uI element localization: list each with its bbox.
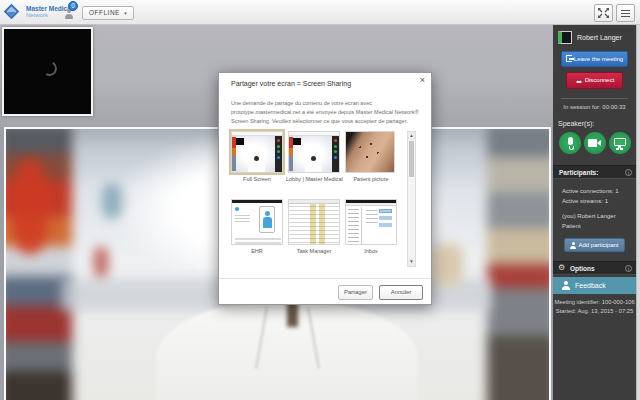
share-button[interactable]: Partager: [338, 285, 373, 300]
close-button[interactable]: ×: [420, 76, 425, 85]
speakers-label: Speaker(s):: [558, 120, 594, 127]
expand-icon: [595, 5, 612, 21]
share-source-inbox[interactable]: Inbox: [345, 199, 397, 254]
microphone-button[interactable]: [559, 132, 581, 154]
status-dropdown-label: OFFLINE: [89, 9, 120, 16]
screen-share-dialog: Partager votre écran = Screen Sharing × …: [218, 72, 432, 305]
screen-share-button[interactable]: [609, 132, 631, 154]
participants-section-header: Participants: i: [553, 165, 636, 179]
options-header-label: Options: [570, 265, 595, 272]
fullscreen-button[interactable]: [594, 4, 613, 22]
meeting-sidebar: Robert Langer Leave the meeting Disconne…: [553, 25, 636, 400]
phone-icon: [575, 76, 583, 83]
thumbnail-preview: [345, 131, 395, 173]
active-streams: Active streams: 1: [562, 198, 608, 204]
thumbnail-preview: [231, 199, 283, 245]
notification-badge: 0: [68, 1, 78, 11]
chevron-down-icon: ▾: [124, 10, 127, 16]
feedback-person-icon: [562, 281, 570, 290]
session-timer: In session for: 00:00:33: [553, 104, 636, 110]
disconnect-button[interactable]: Disconnect: [566, 72, 623, 89]
app-root: Master Medical Network 0 OFFLINE ▾: [0, 0, 640, 400]
meeting-started: Started: Aug. 13, 2015 - 07:25: [553, 308, 636, 314]
add-participant-label: Add participant: [578, 242, 618, 248]
options-section-header[interactable]: ⚙ Options i: [553, 261, 636, 275]
participant-self-role: Patient: [562, 223, 581, 229]
exit-door-icon: [566, 55, 572, 62]
self-video-preview: [2, 27, 93, 116]
disconnect-label: Disconnect: [585, 77, 615, 83]
add-person-icon: [570, 242, 576, 248]
thumbnail-label: Patient picture: [343, 176, 399, 182]
top-bar: Master Medical Network 0 OFFLINE ▾: [0, 0, 640, 25]
participant-self-name: (you) Robert Langer: [562, 213, 616, 219]
thumbnail-label: Task Manager: [286, 248, 342, 254]
thumbnail-preview: [288, 199, 340, 245]
dialog-footer: Partager Annuler: [219, 278, 431, 306]
scroll-up-icon[interactable]: ▲: [408, 132, 415, 140]
video-background-blob: [102, 184, 122, 218]
feedback-label: Feedback: [575, 282, 606, 289]
thumbnail-preview: [231, 131, 283, 173]
page-scrollbar[interactable]: [636, 25, 640, 400]
camera-icon: [588, 139, 597, 147]
microphone-icon: [568, 137, 573, 145]
active-connections: Active connections: 1: [562, 188, 619, 194]
thumbnail-preview: [288, 131, 340, 173]
camera-button[interactable]: [584, 132, 606, 154]
thumbnail-label: EHR: [229, 248, 285, 254]
divider: [561, 98, 628, 99]
thumbnail-label: Lobby | Master Medical: [286, 176, 342, 182]
info-icon[interactable]: i: [625, 169, 632, 176]
user-name: Robert Langer: [577, 34, 622, 41]
dialog-scrollbar[interactable]: ▲ ▼: [407, 131, 416, 267]
avatar: [558, 31, 572, 44]
status-dropdown[interactable]: OFFLINE ▾: [82, 6, 134, 20]
share-source-lobby[interactable]: Lobby | Master Medical: [288, 131, 340, 182]
loading-spinner: [40, 59, 58, 77]
thumbnail-preview: [345, 199, 397, 245]
dialog-title: Partager votre écran = Screen Sharing: [231, 80, 351, 87]
sidebar-toggle-button[interactable]: [616, 4, 635, 22]
video-background-blob: [12, 159, 48, 254]
share-source-task-manager[interactable]: Task Manager: [288, 199, 340, 254]
thumbnail-label: Full Screen: [229, 176, 285, 182]
options-info-icon[interactable]: i: [625, 265, 632, 272]
thumbnail-label: Inbox: [343, 248, 399, 254]
add-participant-button[interactable]: Add participant: [564, 238, 625, 252]
scrollbar-thumb[interactable]: [409, 141, 414, 177]
monitor-icon: [614, 138, 626, 146]
cancel-button[interactable]: Annuler: [379, 285, 423, 300]
video-background-blob: [94, 247, 108, 277]
meeting-identifier: Meeting identifier: 100-000-106: [553, 299, 636, 305]
participants-header-label: Participants:: [559, 169, 598, 176]
feedback-item[interactable]: Feedback: [553, 277, 636, 294]
gear-icon: ⚙: [558, 263, 565, 272]
user-notifications-button[interactable]: 0: [60, 4, 80, 22]
video-background-blob: [431, 244, 463, 286]
dialog-description: Une demande de partage du contenu de vot…: [231, 99, 423, 125]
leave-meeting-label: Leave the meeting: [574, 56, 623, 62]
video-background-right-shelf: [487, 127, 551, 400]
logo-icon: [4, 4, 20, 20]
share-source-fullscreen[interactable]: Full Screen: [231, 131, 283, 182]
share-source-patient-picture[interactable]: Patient picture: [345, 131, 397, 182]
menu-icon: [621, 10, 630, 17]
leave-meeting-button[interactable]: Leave the meeting: [561, 51, 628, 67]
share-source-ehr[interactable]: EHR: [231, 199, 283, 254]
scroll-down-icon[interactable]: ▼: [408, 258, 415, 266]
